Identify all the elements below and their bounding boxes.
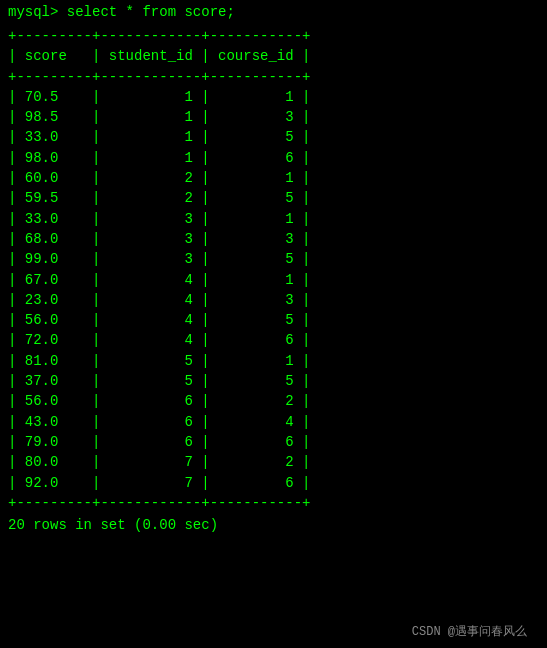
table-row: | 43.0 | 6 | 4 | (8, 412, 539, 432)
footer-line: 20 rows in set (0.00 sec) (8, 517, 539, 533)
table-row: | 99.0 | 3 | 5 | (8, 249, 539, 269)
table-row: | 67.0 | 4 | 1 | (8, 270, 539, 290)
table-rows: | 70.5 | 1 | 1 || 98.5 | 1 | 3 || 33.0 |… (8, 87, 539, 493)
table-header: | score | student_id | course_id | (8, 46, 539, 66)
table-row: | 98.0 | 1 | 6 | (8, 148, 539, 168)
table-row: | 70.5 | 1 | 1 | (8, 87, 539, 107)
table-row: | 98.5 | 1 | 3 | (8, 107, 539, 127)
table-row: | 92.0 | 7 | 6 | (8, 473, 539, 493)
watermark: CSDN @遇事问春风么 (412, 623, 527, 640)
table-row: | 60.0 | 2 | 1 | (8, 168, 539, 188)
table-row: | 23.0 | 4 | 3 | (8, 290, 539, 310)
table-row: | 72.0 | 4 | 6 | (8, 330, 539, 350)
separator-mid: +---------+------------+-----------+ (8, 67, 539, 87)
table-row: | 33.0 | 1 | 5 | (8, 127, 539, 147)
table-container: +---------+------------+-----------+ | s… (8, 26, 539, 513)
table-row: | 59.5 | 2 | 5 | (8, 188, 539, 208)
table-row: | 79.0 | 6 | 6 | (8, 432, 539, 452)
table-row: | 33.0 | 3 | 1 | (8, 209, 539, 229)
terminal-window: mysql> select * from score; +---------+-… (8, 4, 539, 648)
table-row: | 37.0 | 5 | 5 | (8, 371, 539, 391)
table-row: | 81.0 | 5 | 1 | (8, 351, 539, 371)
separator-top: +---------+------------+-----------+ (8, 26, 539, 46)
table-row: | 56.0 | 4 | 5 | (8, 310, 539, 330)
table-row: | 56.0 | 6 | 2 | (8, 391, 539, 411)
separator-bot: +---------+------------+-----------+ (8, 493, 539, 513)
table-row: | 68.0 | 3 | 3 | (8, 229, 539, 249)
table-row: | 80.0 | 7 | 2 | (8, 452, 539, 472)
command-line: mysql> select * from score; (8, 4, 539, 20)
